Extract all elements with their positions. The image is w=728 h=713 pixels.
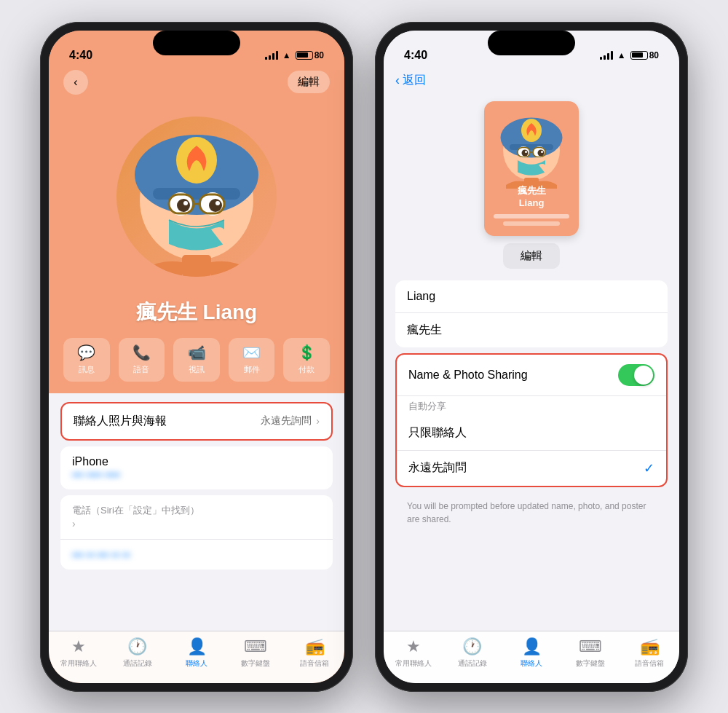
left-phone: 4:40 ▲ 80 ‹ [40, 22, 353, 692]
nav-bar-right: ‹ 返回 [384, 70, 679, 94]
action-btn-mail[interactable]: ✉️ 郵件 [229, 338, 275, 382]
name-row-crazy[interactable]: 瘋先生 [395, 313, 668, 347]
recents-icon-left: 🕐 [127, 637, 147, 656]
video-label: 視訊 [189, 364, 205, 375]
poster-row-label: 聯絡人照片與海報 [74, 414, 167, 429]
wifi-icon-left: ▲ [282, 50, 291, 60]
poster-row[interactable]: 聯絡人照片與海報 永遠先詢問 › [60, 402, 333, 441]
tab-voicemail-left[interactable]: 📻 語音信箱 [285, 637, 344, 669]
recents-label-right: 通話記錄 [458, 658, 487, 669]
edit-settings-label: 編輯 [521, 249, 542, 261]
tab-keypad-right[interactable]: ⌨ 數字鍵盤 [561, 637, 620, 669]
siri-note-text: 電話（Siri在「設定」中找到） [72, 504, 321, 517]
name-crazy: 瘋先生 [407, 323, 442, 336]
siri-phone-label: 電話（Siri在「設定」中找到） [72, 504, 321, 517]
right-phone: 4:40 ▲ 80 ‹ 返回 [375, 22, 688, 692]
favorites-icon-right: ★ [406, 637, 421, 656]
auto-share-sublabel-row: 自動分享 [397, 396, 666, 416]
battery-left: 80 [296, 50, 324, 60]
svg-point-20 [522, 149, 529, 156]
svg-point-8 [183, 201, 188, 205]
tab-recents-right[interactable]: 🕐 通話記錄 [443, 637, 502, 669]
svg-point-6 [177, 199, 190, 212]
status-icons-right: ▲ 80 [600, 50, 659, 60]
voicemail-icon-left: 📻 [305, 637, 325, 656]
name-photo-toggle[interactable] [618, 364, 654, 386]
tab-recents-left[interactable]: 🕐 通話記錄 [108, 637, 167, 669]
always-ask-row[interactable]: 永遠先詢問 ✓ [397, 451, 666, 486]
pay-icon: 💲 [298, 344, 316, 361]
tab-bar-left: ★ 常用聯絡人 🕐 通話記錄 👤 聯絡人 ⌨ 數字鍵盤 📻 語音信箱 [49, 631, 344, 683]
avatar-memoji [116, 117, 277, 277]
phone-number-row: ••• •• ••• •• •• [60, 540, 333, 570]
left-screen: 4:40 ▲ 80 ‹ [49, 31, 344, 683]
action-btn-voice[interactable]: 📞 語音 [119, 338, 165, 382]
voicemail-label-right: 語音信箱 [635, 658, 664, 669]
back-chevron-left: ‹ [74, 76, 77, 89]
battery-right: 80 [630, 50, 659, 60]
svg-point-22 [525, 151, 527, 153]
svg-rect-2 [153, 188, 240, 200]
back-button-left[interactable]: ‹ [63, 70, 88, 95]
back-chevron-right: ‹ [395, 73, 400, 88]
voicemail-icon-right: 📻 [640, 637, 660, 656]
card-name-line1: 瘋先生 [518, 185, 546, 197]
card-preview-name: 瘋先生 Liang [518, 185, 546, 210]
favorites-label-right: 常用聯絡人 [395, 658, 432, 669]
phone-group: 電話（Siri在「設定」中找到） › ••• •• ••• •• •• [60, 495, 333, 570]
tab-favorites-left[interactable]: ★ 常用聯絡人 [49, 637, 108, 669]
tab-contacts-left[interactable]: 👤 聯絡人 [167, 637, 226, 669]
tab-voicemail-right[interactable]: 📻 語音信箱 [620, 637, 679, 669]
favorites-label-left: 常用聯絡人 [60, 658, 97, 669]
tab-bar-right: ★ 常用聯絡人 🕐 通話記錄 👤 聯絡人 ⌨ 數字鍵盤 📻 語音信箱 [384, 631, 679, 683]
mail-label: 郵件 [244, 364, 260, 375]
siri-phone-row[interactable]: 電話（Siri在「設定」中找到） › [60, 495, 333, 540]
voicemail-label-left: 語音信箱 [300, 658, 329, 669]
name-group: Liang 瘋先生 [395, 280, 668, 347]
contact-card-preview: 瘋先生 Liang 編輯 [384, 94, 679, 275]
contacts-only-row[interactable]: 只限聯絡人 [397, 416, 666, 451]
card-bar1 [494, 214, 569, 218]
keypad-label-left: 數字鍵盤 [241, 658, 270, 669]
voice-icon: 📞 [132, 344, 151, 361]
poster-row-right-text: 永遠先詢問 [261, 414, 312, 428]
device-phone-number: ••• •••• •••• [72, 468, 321, 481]
svg-rect-13 [182, 255, 211, 277]
phone-number-blurred: ••• •• ••• •• •• [72, 548, 321, 561]
edit-label-hero: 編輯 [298, 75, 320, 87]
contacts-icon-right: 👤 [522, 637, 542, 656]
contacts-icon-left: 👤 [187, 637, 207, 656]
signal-icon-right [600, 51, 613, 60]
action-buttons-row: 💬 訊息 📞 語音 📹 視訊 ✉️ 郵件 💲 付款 [49, 338, 344, 393]
contacts-only-label: 只限聯絡人 [408, 425, 467, 441]
settings-content: Liang 瘋先生 Name & Photo Sharing 自動分享 [384, 275, 679, 631]
card-memoji-svg [491, 109, 571, 189]
edit-button-hero[interactable]: 編輯 [288, 71, 330, 93]
back-nav-label-right: 返回 [403, 73, 426, 88]
edit-button-settings[interactable]: 編輯 [503, 243, 560, 269]
settings-note-text: You will be prompted before updated name… [407, 501, 646, 525]
video-icon: 📹 [188, 344, 206, 361]
tab-keypad-left[interactable]: ⌨ 數字鍵盤 [226, 637, 285, 669]
svg-rect-16 [510, 144, 553, 150]
dynamic-island-left [153, 31, 240, 55]
action-btn-pay[interactable]: 💲 付款 [283, 338, 330, 382]
device-group: iPhone ••• •••• •••• [60, 446, 333, 489]
mail-icon: ✉️ [242, 344, 261, 361]
contact-name-hero: 瘋先生 Liang [49, 291, 344, 338]
card-preview-box: 瘋先生 Liang [484, 101, 579, 236]
tab-favorites-right[interactable]: ★ 常用聯絡人 [384, 637, 443, 669]
action-btn-video[interactable]: 📹 視訊 [173, 338, 220, 382]
back-nav-right[interactable]: ‹ 返回 [395, 73, 426, 88]
signal-icon-left [265, 51, 278, 60]
svg-point-9 [215, 201, 220, 205]
contacts-label-left: 聯絡人 [186, 658, 207, 669]
action-btn-message[interactable]: 💬 訊息 [63, 338, 110, 382]
time-right: 4:40 [404, 49, 427, 62]
message-label: 訊息 [79, 364, 95, 375]
always-ask-label: 永遠先詢問 [408, 460, 467, 476]
tab-contacts-right[interactable]: 👤 聯絡人 [502, 637, 561, 669]
name-photo-toggle-row[interactable]: Name & Photo Sharing [397, 355, 666, 396]
recents-label-left: 通話記錄 [123, 658, 152, 669]
name-row-liang[interactable]: Liang [395, 280, 668, 313]
